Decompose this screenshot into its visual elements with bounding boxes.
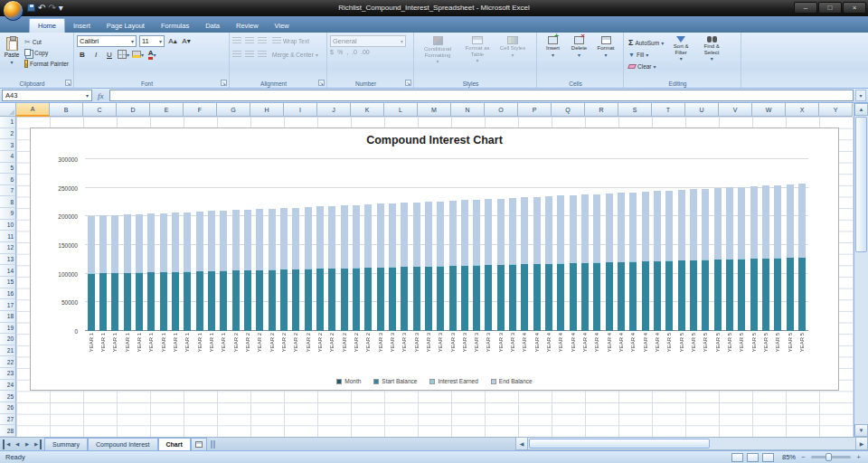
qat-dropdown-icon[interactable]: ▾ [59,4,63,13]
horizontal-scrollbar-track[interactable] [528,437,855,450]
column-header-S[interactable]: S [618,103,652,117]
chart-bar[interactable] [497,159,505,331]
ribbon-tab-data[interactable]: Data [197,18,228,33]
number-dialog-launcher[interactable]: ↘ [405,80,411,86]
chart-bar[interactable] [461,159,468,331]
vertical-scrollbar-thumb[interactable] [855,117,867,252]
sort-filter-button[interactable]: Sort & Filter ▾ [665,35,696,78]
shrink-font-button[interactable]: A▾ [181,36,192,47]
name-box[interactable]: A43 ▾ [2,90,92,101]
column-header-I[interactable]: I [284,103,317,117]
chart-bar[interactable] [292,159,299,331]
ribbon-tab-home[interactable]: Home [29,18,65,33]
chart-bar[interactable] [449,159,457,331]
format-as-table-button[interactable]: Format as Table ▾ [458,35,496,78]
format-painter-button[interactable]: Format Painter [23,58,71,69]
scroll-right-button[interactable]: ▶ [855,437,868,450]
column-header-A[interactable]: A [16,103,50,117]
chart-bar[interactable] [220,159,227,331]
chart-bar[interactable] [762,159,769,331]
cell-styles-button[interactable]: Cell Styles ▾ [496,35,529,78]
chart-bar[interactable] [269,159,276,331]
alignment-dialog-launcher[interactable]: ↘ [318,80,325,86]
chart-bar[interactable] [593,159,600,331]
row-header-18[interactable]: 18 [0,311,16,323]
row-header-8[interactable]: 8 [0,196,16,208]
previous-sheet-button[interactable]: ◀ [13,439,22,449]
formula-input[interactable] [109,90,854,101]
delete-cells-button[interactable]: Delete ▾ [566,35,592,78]
align-middle-icon[interactable] [245,37,254,44]
chart-bar[interactable] [665,159,673,331]
row-header-5[interactable]: 5 [0,163,16,175]
font-size-select[interactable]: 11 ▾ [139,35,165,47]
comma-format-button[interactable]: , [346,49,348,55]
chart-bar[interactable] [413,159,420,331]
column-header-C[interactable]: C [83,103,117,117]
align-center-icon[interactable] [245,51,254,58]
row-header-11[interactable]: 11 [0,231,16,242]
conditional-formatting-button[interactable]: Conditional Formatting ▾ [417,35,458,78]
row-header-1[interactable]: 1 [0,117,16,128]
zoom-level[interactable]: 85% [778,453,796,461]
chart-bar[interactable] [798,159,806,331]
row-header-15[interactable]: 15 [0,277,16,288]
normal-view-button[interactable] [731,453,743,462]
align-right-icon[interactable] [258,51,267,58]
column-header-W[interactable]: W [752,103,786,117]
chart-bar[interactable] [606,159,613,331]
chart-bar[interactable] [172,159,179,331]
ribbon-tab-review[interactable]: Review [228,18,267,33]
chart-bar[interactable] [124,159,131,331]
column-header-P[interactable]: P [518,103,552,117]
chart-bar[interactable] [485,159,492,331]
number-format-select[interactable]: General ▾ [330,35,406,47]
chart-bar[interactable] [316,159,324,331]
fill-button[interactable]: ▼ Fill ▾ [627,49,665,60]
column-header-D[interactable]: D [117,103,150,117]
expand-formula-bar-button[interactable]: ▾ [855,90,866,101]
percent-format-button[interactable]: % [337,49,343,55]
underline-button[interactable]: U [104,49,115,60]
zoom-slider[interactable] [811,456,851,458]
column-header-G[interactable]: G [217,103,250,117]
row-header-26[interactable]: 26 [0,402,16,414]
borders-button[interactable]: ▾ [118,49,129,60]
chart-bar[interactable] [678,159,685,331]
horizontal-scrollbar-thumb[interactable] [529,439,710,449]
insert-worksheet-tab[interactable] [191,438,207,450]
chart-bar[interactable] [88,159,95,331]
font-color-button[interactable]: A▾ [146,49,157,60]
chart-bar[interactable] [184,159,191,331]
column-header-M[interactable]: M [418,103,451,117]
select-all-button[interactable] [0,103,16,117]
chart-bar[interactable] [509,159,516,331]
row-header-7[interactable]: 7 [0,185,16,197]
row-header-2[interactable]: 2 [0,128,16,140]
redo-button[interactable]: ↷ [48,4,55,13]
column-header-B[interactable]: B [50,103,83,117]
chart-bar[interactable] [328,159,335,331]
row-header-6[interactable]: 6 [0,174,16,185]
chart-bar[interactable] [774,159,781,331]
merge-center-button[interactable]: Merge & Center ▾ [270,49,320,60]
column-header-Q[interactable]: Q [552,103,585,117]
align-bottom-icon[interactable] [258,37,267,44]
chart-bar[interactable] [437,159,444,331]
row-header-22[interactable]: 22 [0,356,16,368]
last-sheet-button[interactable]: ▶ [33,439,42,449]
row-header-28[interactable]: 28 [0,425,16,437]
column-header-X[interactable]: X [786,103,819,117]
chart-bar[interactable] [570,159,577,331]
sheet-tab-compound-interest[interactable]: Compound Interest [88,438,158,450]
row-header-23[interactable]: 23 [0,368,16,380]
accounting-format-button[interactable]: $ [330,49,334,55]
next-sheet-button[interactable]: ▶ [23,439,32,449]
chart-bar[interactable] [147,159,155,331]
column-header-J[interactable]: J [317,103,351,117]
chart-bar[interactable] [401,159,408,331]
row-header-21[interactable]: 21 [0,345,16,357]
align-top-icon[interactable] [232,37,241,44]
chart-bar[interactable] [280,159,288,331]
clear-button[interactable]: Clear ▾ [627,61,665,71]
